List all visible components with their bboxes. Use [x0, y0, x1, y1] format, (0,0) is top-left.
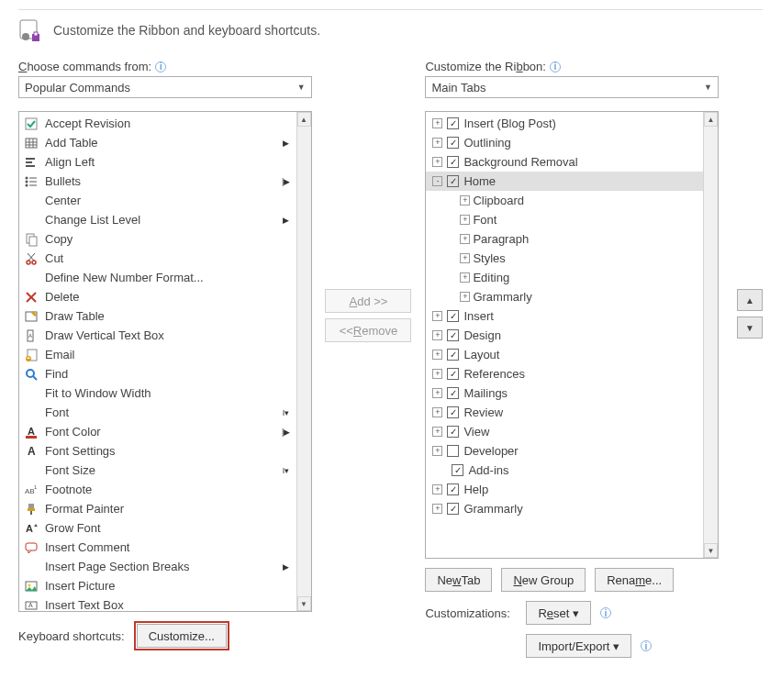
command-item[interactable]: Email	[19, 345, 296, 364]
scrollbar[interactable]: ▲ ▼	[296, 112, 311, 611]
tree-item[interactable]: +✓Grammarly	[426, 499, 703, 518]
expand-icon[interactable]: +	[432, 311, 442, 321]
expand-icon[interactable]: +	[432, 350, 442, 360]
tree-item[interactable]: +Editing	[426, 268, 703, 287]
checkbox[interactable]: ✓	[452, 464, 463, 476]
checkbox[interactable]: ✓	[447, 387, 459, 399]
tree-item[interactable]: +Paragraph	[426, 229, 703, 249]
expand-icon[interactable]: +	[460, 253, 470, 263]
info-icon[interactable]: i	[641, 640, 652, 651]
command-item[interactable]: Find	[19, 364, 296, 383]
tree-item[interactable]: +✓Mailings	[426, 383, 703, 403]
command-item[interactable]: Cut	[19, 249, 296, 268]
command-item[interactable]: AFont Color|▶	[19, 422, 296, 441]
command-item[interactable]: Copy	[19, 229, 296, 249]
tree-item[interactable]: +✓Layout	[426, 345, 703, 364]
info-icon[interactable]: i	[155, 61, 166, 72]
command-item[interactable]: AFont Settings	[19, 441, 296, 461]
tree-item[interactable]: +✓Design	[426, 326, 703, 345]
tree-item[interactable]: +✓References	[426, 364, 703, 383]
checkbox[interactable]: ✓	[447, 310, 459, 322]
tree-item[interactable]: +Developer	[426, 441, 703, 461]
command-item[interactable]: ADraw Vertical Text Box	[19, 326, 296, 345]
checkbox[interactable]: ✓	[447, 426, 459, 438]
expand-icon[interactable]: +	[432, 330, 442, 340]
expand-icon[interactable]: +	[432, 446, 442, 456]
info-icon[interactable]: i	[600, 607, 611, 618]
tree-item[interactable]: +✓Help	[426, 480, 703, 499]
scrollbar[interactable]: ▲ ▼	[703, 112, 718, 558]
command-item[interactable]: Align Left	[19, 152, 296, 172]
checkbox[interactable]: ✓	[447, 503, 459, 515]
tree-item[interactable]: +✓Background Removal	[426, 152, 703, 172]
expand-icon[interactable]: +	[432, 427, 442, 437]
expand-icon[interactable]: +	[432, 369, 442, 379]
checkbox[interactable]: ✓	[447, 175, 459, 187]
expand-icon[interactable]: +	[460, 292, 470, 302]
tree-item[interactable]: ✓Add-ins	[426, 461, 703, 480]
checkbox[interactable]: ✓	[447, 349, 459, 361]
choose-commands-dropdown[interactable]: Popular Commands ▼	[18, 76, 312, 98]
tree-item[interactable]: +✓Insert (Blog Post)	[426, 114, 703, 133]
customize-shortcuts-button[interactable]: Customize...	[137, 624, 227, 648]
command-item[interactable]: Accept Revision	[19, 114, 296, 133]
expand-icon[interactable]: +	[432, 388, 442, 398]
command-item[interactable]: Add Table▶	[19, 133, 296, 152]
command-item[interactable]: Format Painter	[19, 499, 296, 518]
expand-icon[interactable]: +	[432, 138, 442, 148]
checkbox[interactable]: ✓	[447, 483, 459, 495]
reset-button[interactable]: Reset ▾	[526, 601, 591, 625]
commands-listbox[interactable]: Accept RevisionAdd Table▶Align LeftBulle…	[18, 111, 312, 612]
new-tab-button[interactable]: New Tab	[425, 568, 492, 592]
add-button[interactable]: Add >>	[325, 289, 411, 313]
tree-item[interactable]: +Clipboard	[426, 191, 703, 210]
expand-icon[interactable]: +	[460, 195, 470, 206]
command-item[interactable]: FontI▾	[19, 403, 296, 422]
expand-icon[interactable]: +	[432, 407, 442, 417]
command-item[interactable]: Fit to Window Width	[19, 383, 296, 403]
checkbox[interactable]: ✓	[447, 368, 459, 380]
remove-button[interactable]: << Remove	[325, 318, 411, 342]
checkbox[interactable]	[447, 445, 459, 457]
tree-item[interactable]: +✓Insert	[426, 306, 703, 326]
checkbox[interactable]: ✓	[447, 117, 459, 129]
scroll-down-icon[interactable]: ▼	[704, 543, 718, 558]
customize-ribbon-dropdown[interactable]: Main Tabs ▼	[425, 76, 719, 98]
command-item[interactable]: Insert Page Section Breaks▶	[19, 557, 296, 576]
move-up-button[interactable]: ▲	[737, 289, 763, 311]
expand-icon[interactable]: +	[432, 157, 442, 167]
scroll-up-icon[interactable]: ▲	[704, 112, 718, 127]
command-item[interactable]: Draw Table	[19, 306, 296, 326]
command-item[interactable]: AGrow Font	[19, 518, 296, 538]
command-item[interactable]: AInsert Text Box	[19, 595, 296, 611]
command-item[interactable]: Bullets|▶	[19, 172, 296, 191]
move-down-button[interactable]: ▼	[737, 317, 763, 339]
tree-item[interactable]: +✓Review	[426, 403, 703, 422]
expand-icon[interactable]: +	[460, 272, 470, 283]
rename-button[interactable]: Rename...	[595, 568, 674, 592]
expand-icon[interactable]: +	[460, 215, 470, 225]
expand-icon[interactable]: +	[460, 234, 470, 244]
expand-icon[interactable]: +	[432, 118, 442, 128]
checkbox[interactable]: ✓	[447, 406, 459, 418]
command-item[interactable]: Define New Number Format...	[19, 268, 296, 287]
command-item[interactable]: Insert Comment	[19, 538, 296, 557]
command-item[interactable]: Delete	[19, 287, 296, 306]
scroll-up-icon[interactable]: ▲	[297, 112, 311, 127]
tree-item[interactable]: +Font	[426, 210, 703, 229]
expand-icon[interactable]: +	[432, 504, 442, 514]
command-item[interactable]: Center	[19, 191, 296, 210]
tree-item[interactable]: +Grammarly	[426, 287, 703, 306]
command-item[interactable]: Change List Level▶	[19, 210, 296, 229]
tree-item[interactable]: +✓View	[426, 422, 703, 441]
expand-icon[interactable]: +	[432, 484, 442, 494]
command-item[interactable]: Font SizeI▾	[19, 461, 296, 480]
command-item[interactable]: Insert Picture	[19, 576, 296, 595]
scroll-down-icon[interactable]: ▼	[297, 596, 311, 611]
checkbox[interactable]: ✓	[447, 329, 459, 341]
info-icon[interactable]: i	[550, 61, 561, 72]
collapse-icon[interactable]: -	[432, 176, 442, 186]
checkbox[interactable]: ✓	[447, 137, 459, 149]
command-item[interactable]: AB1Footnote	[19, 480, 296, 499]
tree-item[interactable]: +✓Outlining	[426, 133, 703, 152]
